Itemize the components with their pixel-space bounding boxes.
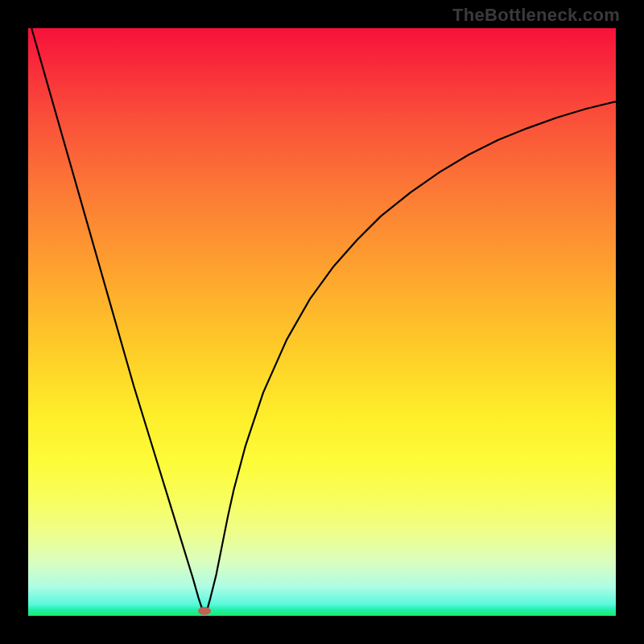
chart-frame: TheBottleneck.com [0, 0, 644, 644]
watermark-text: TheBottleneck.com [452, 5, 620, 26]
plot-area [28, 28, 616, 616]
bottleneck-curve [28, 28, 616, 616]
minimum-marker-dot [198, 607, 211, 615]
